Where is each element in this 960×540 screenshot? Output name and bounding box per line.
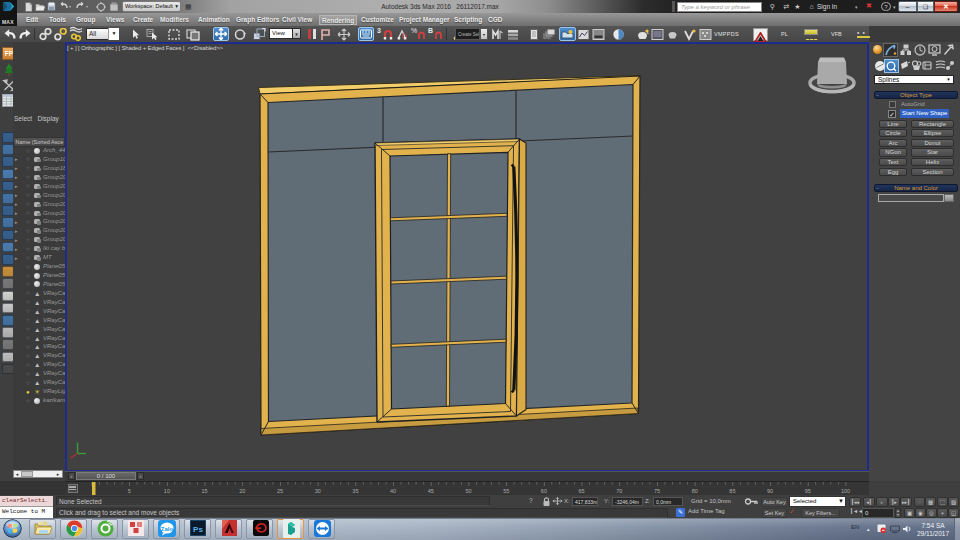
svg-text:100: 100 <box>841 488 850 494</box>
svg-text:10: 10 <box>164 488 170 494</box>
svg-text:90: 90 <box>767 488 773 494</box>
svg-text:30: 30 <box>315 488 321 494</box>
svg-text:40: 40 <box>390 488 396 494</box>
svg-text:65: 65 <box>579 488 585 494</box>
svg-text:20: 20 <box>239 488 245 494</box>
svg-text:95: 95 <box>805 488 811 494</box>
svg-text:5: 5 <box>128 488 131 494</box>
svg-text:15: 15 <box>202 488 208 494</box>
svg-text:60: 60 <box>541 488 547 494</box>
svg-text:70: 70 <box>616 488 622 494</box>
svg-text:50: 50 <box>465 488 471 494</box>
svg-text:35: 35 <box>352 488 358 494</box>
svg-text:85: 85 <box>729 488 735 494</box>
svg-text:55: 55 <box>503 488 509 494</box>
svg-text:45: 45 <box>428 488 434 494</box>
svg-text:Zalo: Zalo <box>161 526 174 532</box>
svg-text:75: 75 <box>654 488 660 494</box>
svg-text:25: 25 <box>277 488 283 494</box>
svg-text:Ps: Ps <box>193 525 203 534</box>
svg-text:80: 80 <box>692 488 698 494</box>
